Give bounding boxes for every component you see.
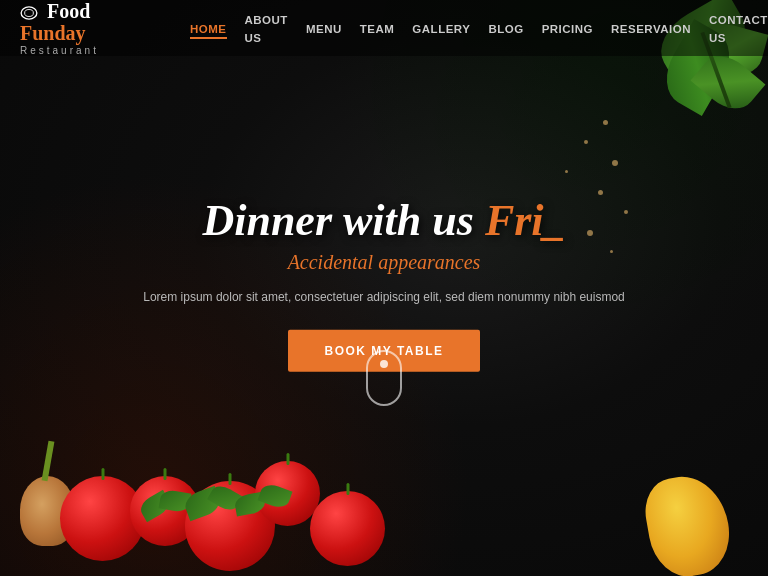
scroll-indicator xyxy=(366,350,402,406)
hero-title-part1: Dinner with us xyxy=(202,196,484,245)
spice-particle xyxy=(598,190,603,195)
hero-title-highlight: Fri_ xyxy=(485,196,566,245)
nav-link-gallery[interactable]: GALLERY xyxy=(412,23,470,35)
nav-link-contact[interactable]: CONTACT US xyxy=(709,14,768,44)
spice-particle xyxy=(565,170,568,173)
onion-top xyxy=(41,441,54,481)
hero-title: Dinner with us Fri_ xyxy=(84,197,684,245)
nav-link-home[interactable]: HOME xyxy=(190,23,227,39)
nav-item-gallery[interactable]: GALLERY xyxy=(412,19,470,37)
nav-link-about[interactable]: ABOUT US xyxy=(245,14,288,44)
nav-link-blog[interactable]: BLOG xyxy=(488,23,523,35)
main-navigation: Food Funday Restaurant HOME ABOUT US MEN… xyxy=(0,0,768,56)
nav-item-about[interactable]: ABOUT US xyxy=(245,10,288,46)
logo: Food Funday Restaurant xyxy=(20,0,150,56)
scroll-dot xyxy=(380,360,388,368)
nav-item-menu[interactable]: MENU xyxy=(306,19,342,37)
svg-point-0 xyxy=(21,7,37,19)
nav-links: HOME ABOUT US MENU TEAM GALLERY BLOG PRI… xyxy=(190,10,768,46)
nav-link-pricing[interactable]: PRICING xyxy=(542,23,593,35)
hero-section: Dinner with us Fri_ Accidental appearanc… xyxy=(84,197,684,372)
nav-item-contact[interactable]: CONTACT US xyxy=(709,10,768,46)
nav-item-team[interactable]: TEAM xyxy=(360,19,395,37)
page-wrapper: Food Funday Restaurant HOME ABOUT US MEN… xyxy=(0,0,768,576)
svg-point-1 xyxy=(25,10,34,17)
logo-icon xyxy=(20,6,38,20)
herb-cluster xyxy=(140,466,320,516)
logo-food: Food xyxy=(47,0,90,22)
logo-text: Food Funday xyxy=(20,0,150,44)
logo-subtitle: Restaurant xyxy=(20,45,150,56)
nav-item-reservation[interactable]: RESERVAION xyxy=(611,19,691,37)
tomato-5 xyxy=(310,491,385,566)
nav-link-team[interactable]: TEAM xyxy=(360,23,395,35)
hero-description: Lorem ipsum dolor sit amet, consectetuer… xyxy=(84,288,684,306)
spice-particle xyxy=(584,140,588,144)
vegetables-decoration xyxy=(0,416,768,576)
hero-subtitle: Accidental appearances xyxy=(84,251,684,274)
nav-item-blog[interactable]: BLOG xyxy=(488,19,523,37)
nav-item-pricing[interactable]: PRICING xyxy=(542,19,593,37)
nav-link-reservation[interactable]: RESERVAION xyxy=(611,23,691,35)
nav-link-menu[interactable]: MENU xyxy=(306,23,342,35)
yellow-pepper xyxy=(640,470,736,576)
nav-item-home[interactable]: HOME xyxy=(190,19,227,37)
logo-funday: Funday xyxy=(20,22,86,44)
